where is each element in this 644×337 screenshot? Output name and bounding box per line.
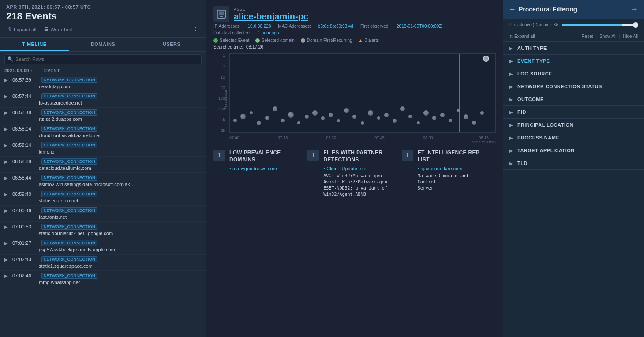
filter-section-network-connection-status[interactable]: ▶ NETWORK CONNECTION STATUS xyxy=(503,80,644,93)
event-domain: cloudfront-vs-afd.azurefd.net xyxy=(4,133,202,138)
asset-icon xyxy=(213,6,229,22)
chart-bubble xyxy=(337,119,340,122)
low-prevalence-domain[interactable]: • manygoodnews.com xyxy=(229,166,300,171)
et-intelligence-details: Malware Command and Control Server xyxy=(418,173,489,191)
searched-time: Searched time: 08:17:26 xyxy=(213,45,496,49)
first-observed-label: First observed: xyxy=(360,24,389,29)
mac-address[interactable]: b5:0c:8b:30:63:4d xyxy=(318,24,353,29)
hide-all-button[interactable]: Hide All xyxy=(623,34,638,39)
filter-section-outcome[interactable]: ▶ OUTCOME xyxy=(503,93,644,106)
event-domain: ldmp.io xyxy=(4,149,202,154)
chart-bubble xyxy=(250,111,253,114)
files-partner-heading: FILES WITH PARTNERDETECTIONS xyxy=(323,150,382,163)
event-row[interactable]: ▶ 07:02:43 NETWORK_CONNECTION static1.sq… xyxy=(0,255,206,271)
reset-button[interactable]: Reset xyxy=(581,34,593,39)
chart-bubble xyxy=(361,121,364,125)
event-tag: NETWORK_CONNECTION xyxy=(41,224,97,230)
event-row[interactable]: ▶ 07:00:53 NETWORK_CONNECTION static-dou… xyxy=(0,222,206,238)
main-panel: ASSET alice-benjamin-pc IP Addresses: 10… xyxy=(206,0,503,337)
filter-section-log-source[interactable]: ▶ LOG SOURCE xyxy=(503,67,644,80)
event-row[interactable]: ▶ 06:57:39 NETWORK_CONNECTION new.fqtag.… xyxy=(0,75,206,91)
event-row[interactable]: ▶ 06:58:04 NETWORK_CONNECTION cloudfront… xyxy=(0,124,206,140)
asset-meta-2: Data last collected: 1 hour ago xyxy=(213,30,496,35)
show-all-button[interactable]: Show All xyxy=(599,34,616,39)
filter-label-network-connection-status: NETWORK CONNECTION STATUS xyxy=(517,84,602,89)
search-icon: 🔍 xyxy=(7,56,14,62)
event-row[interactable]: ▶ 06:57:49 NETWORK_CONNECTION rts.ssl2.d… xyxy=(0,108,206,124)
expand-all-button[interactable]: ⇅ Expand all xyxy=(6,26,38,33)
ip-address[interactable]: 10.0.30.228 xyxy=(248,24,271,29)
data-collected-value[interactable]: 1 hour ago xyxy=(258,30,279,35)
chart-bubble xyxy=(233,119,237,122)
filter-section-target-application[interactable]: ▶ TARGET APPLICATION xyxy=(503,144,644,157)
search-input[interactable] xyxy=(4,54,202,64)
filter-section-auth-type[interactable]: ▶ AUTH TYPE xyxy=(503,42,644,55)
event-tag: NETWORK_CONNECTION xyxy=(41,126,97,132)
event-row[interactable]: ▶ 07:02:46 NETWORK_CONNECTION mmg.whatsa… xyxy=(0,271,206,287)
filter-section-tld[interactable]: ▶ TLD xyxy=(503,157,644,170)
more-button[interactable]: ⋮ xyxy=(191,26,200,33)
legend-dot-green xyxy=(213,38,218,43)
chart-bubble xyxy=(400,106,405,111)
event-row[interactable]: ▶ 06:58:14 NETWORK_CONNECTION ldmp.io xyxy=(0,140,206,157)
prevalence-label: Prevalence (Domain): 3k xyxy=(509,22,558,27)
tabs-row: TIMELINE DOMAINS USERS xyxy=(0,38,206,52)
wrap-text-button[interactable]: ☰ Wrap Text xyxy=(42,26,74,33)
event-time: 06:57:44 xyxy=(12,94,39,99)
tab-users[interactable]: USERS xyxy=(137,38,206,51)
chart-bubble xyxy=(352,115,356,119)
right-title: Procedural Filtering xyxy=(519,6,577,13)
filter-icon: ☰ xyxy=(509,6,515,13)
et-intelligence-domain[interactable]: • ajax.cloudflare.com xyxy=(418,166,489,171)
legend-selected-event: Selected Event xyxy=(213,38,249,43)
event-row[interactable]: ▶ 07:01:27 NETWORK_CONNECTION gsp57-ssl-… xyxy=(0,238,206,255)
event-tag: NETWORK_CONNECTION xyxy=(41,240,97,246)
first-observed-value[interactable]: 2018-01-09T00:00:00Z xyxy=(397,24,442,29)
event-time: 07:02:46 xyxy=(12,273,39,278)
filter-label-pid: PID xyxy=(517,109,526,115)
tab-domains[interactable]: DOMAINS xyxy=(69,38,138,51)
low-prevalence-count: 1 xyxy=(213,150,225,161)
legend-domain-first: Domain First/Recurring xyxy=(301,38,352,43)
filter-label-outcome: OUTCOME xyxy=(517,97,544,102)
et-intelligence-items: • ajax.cloudflare.com Malware Command an… xyxy=(402,166,489,191)
chart-bubble xyxy=(257,121,261,125)
chart-inner xyxy=(229,53,496,133)
asset-name[interactable]: alice-benjamin-pc xyxy=(234,11,308,22)
filter-chevron: ▶ xyxy=(509,123,514,127)
filter-label-principal-location: PRINCIPAL LOCATION xyxy=(517,122,573,127)
event-time: 06:58:38 xyxy=(12,159,39,164)
event-row[interactable]: ▶ 06:58:38 NETWORK_CONNECTION datacloud.… xyxy=(0,157,206,173)
filter-label-target-application: TARGET APPLICATION xyxy=(517,148,575,153)
expand-arrow: ▶ xyxy=(4,159,10,164)
chart-vertical-line xyxy=(459,54,460,132)
chart-bubble xyxy=(281,119,285,122)
filter-section-principal-location[interactable]: ▶ PRINCIPAL LOCATION xyxy=(503,119,644,131)
chart-bubble xyxy=(273,106,277,111)
right-expand-all-button[interactable]: ⇅ Expand all xyxy=(509,34,535,39)
filter-section-pid[interactable]: ▶ PID xyxy=(503,106,644,119)
asset-label: ASSET xyxy=(234,7,308,11)
selected-event-dot xyxy=(483,56,489,62)
filter-section-event-type[interactable]: ▶ EVENT TYPE xyxy=(503,55,644,67)
left-panel: APR 9TH, 2021: 06:57 - 08:57 UTC 218 Eve… xyxy=(0,0,206,337)
right-arrow-button[interactable]: → xyxy=(631,5,638,13)
tab-timeline[interactable]: TIMELINE xyxy=(0,38,69,51)
event-row[interactable]: ▶ 06:57:44 NETWORK_CONNECTION fp-as.azur… xyxy=(0,91,206,108)
expand-arrow: ▶ xyxy=(4,143,10,148)
files-partner-filename[interactable]: • Client_Update.exe xyxy=(323,166,394,171)
prevalence-slider[interactable] xyxy=(562,24,638,26)
chart-bubble xyxy=(440,113,445,117)
filter-sections: ▶ AUTH TYPE ▶ EVENT TYPE ▶ LOG SOURCE ▶ … xyxy=(503,42,644,337)
event-tag: NETWORK_CONNECTION xyxy=(41,142,97,148)
event-row[interactable]: ▶ 06:59:40 NETWORK_CONNECTION static.eu.… xyxy=(0,189,206,206)
chart-bubble xyxy=(312,110,318,116)
expand-arrow: ▶ xyxy=(4,273,10,278)
events-list: ▶ 06:57:39 NETWORK_CONNECTION new.fqtag.… xyxy=(0,75,206,337)
filter-section-process-name[interactable]: ▶ PROCESS NAME xyxy=(503,131,644,144)
event-row[interactable]: ▶ 07:00:46 NETWORK_CONNECTION fast.fonts… xyxy=(0,206,206,222)
expand-arrow: ▶ xyxy=(4,110,10,115)
event-row[interactable]: ▶ 06:58:44 NETWORK_CONNECTION asimov-win… xyxy=(0,173,206,189)
expand-arrow: ▶ xyxy=(4,127,10,131)
searched-time-value: 08:17:26 xyxy=(246,45,263,49)
